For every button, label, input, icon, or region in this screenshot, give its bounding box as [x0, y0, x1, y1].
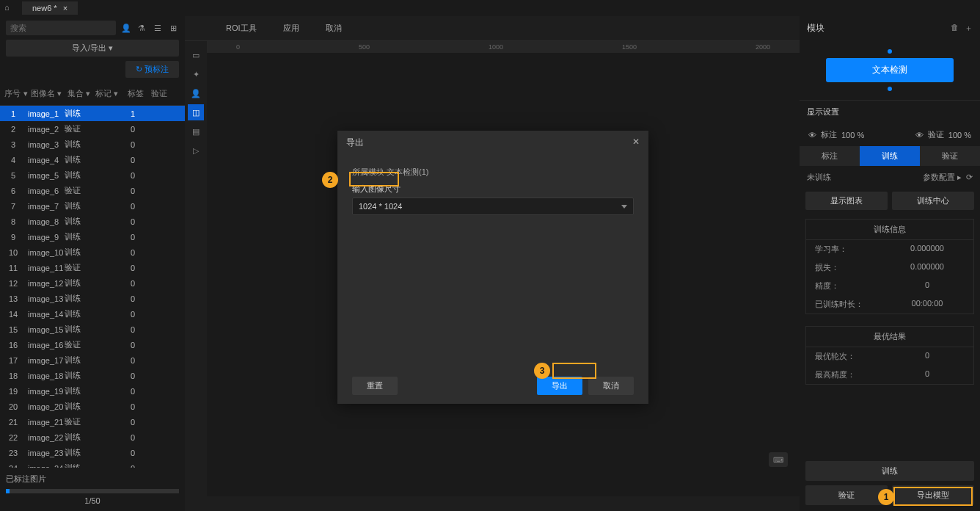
table-row[interactable]: 23image_23训练0 — [0, 445, 185, 460]
table-row[interactable]: 20image_20训练0 — [0, 399, 185, 414]
best-result-title: 最优结果 — [806, 327, 973, 347]
lasso-tool-icon[interactable]: ▤ — [188, 123, 204, 139]
chevron-down-icon — [621, 205, 627, 209]
input-size-label: 输入图像尺寸 — [352, 184, 401, 195]
refresh-icon[interactable]: ⟳ — [966, 173, 973, 181]
display-section-title: 显示设置 — [800, 100, 980, 123]
left-panel: 👤 ⚗ ☰ ⊞ 导入/导出 ▾ ↻ 预标注 序号 ▾ 图像名 ▾ 集合 ▾ 标记… — [0, 16, 185, 511]
play-tool-icon[interactable]: ▷ — [188, 142, 204, 159]
table-row[interactable]: 16image_16验证0 — [0, 337, 185, 352]
tab-train[interactable]: 训练 — [860, 146, 920, 166]
progress-bar — [6, 489, 179, 493]
table-row[interactable]: 2image_2验证0 — [0, 121, 185, 137]
trash-icon[interactable]: 🗑 — [951, 23, 959, 34]
train-status: 未训练 — [807, 172, 831, 183]
export-button[interactable]: 导出 — [537, 377, 582, 395]
relabel-button[interactable]: ↻ 预标注 — [125, 61, 179, 78]
col-set[interactable]: 集合 ▾ — [66, 85, 94, 102]
list-icon[interactable]: ☰ — [152, 22, 164, 34]
table-row[interactable]: 5image_5训练0 — [0, 167, 185, 183]
roi-tool-button[interactable]: ROI工具 — [214, 20, 268, 37]
callout-1: 1 — [878, 489, 894, 505]
validate-button[interactable]: 验证 — [805, 485, 888, 505]
close-icon[interactable]: ✕ — [632, 137, 640, 149]
owner-module-label: 所属模块 文本检测(1) — [352, 167, 634, 178]
callout-3: 3 — [534, 363, 550, 379]
table-row[interactable]: 8image_8训练0 — [0, 214, 185, 229]
close-icon[interactable]: × — [63, 4, 67, 12]
col-mark[interactable]: 标记 ▾ — [94, 85, 122, 102]
table-row[interactable]: 22image_22训练0 — [0, 430, 185, 445]
tab-validate[interactable]: 验证 — [920, 146, 980, 166]
table-row[interactable]: 9image_9训练0 — [0, 229, 185, 244]
col-tag[interactable]: 标签 — [122, 85, 150, 102]
table-row[interactable]: 15image_15训练0 — [0, 322, 185, 337]
eye-icon[interactable]: 👁 — [915, 131, 924, 139]
reset-button[interactable]: 重置 — [352, 377, 398, 395]
ruler-horizontal: 0 500 1000 1500 2000 — [207, 41, 800, 53]
cancel-button[interactable]: 取消 — [314, 20, 354, 37]
titlebar: ⌂ new6 * × — [0, 0, 980, 16]
table-row[interactable]: 11image_11验证0 — [0, 260, 185, 275]
table-row[interactable]: 4image_4训练0 — [0, 152, 185, 167]
module-node[interactable]: 文本检测 — [826, 58, 954, 82]
file-tab[interactable]: new6 * × — [22, 1, 78, 15]
callout-2: 2 — [322, 172, 338, 188]
table-row[interactable]: 17image_17训练0 — [0, 352, 185, 368]
keyboard-icon[interactable]: ⌨ — [769, 452, 788, 467]
person-tool-icon[interactable]: 👤 — [188, 85, 204, 101]
export-model-button[interactable]: 导出模型 — [892, 485, 974, 505]
table-row[interactable]: 24image_24训练0 — [0, 460, 185, 468]
table-row[interactable]: 13image_13训练0 — [0, 291, 185, 306]
import-export-button[interactable]: 导入/导出 ▾ — [6, 40, 179, 57]
table-row[interactable]: 6image_6验证0 — [0, 183, 185, 198]
table-row[interactable]: 19image_19训练0 — [0, 383, 185, 399]
progress-text: 1/50 — [6, 496, 179, 505]
col-index[interactable]: 序号 ▾ — [3, 85, 29, 102]
home-icon[interactable]: ⌂ — [4, 3, 15, 13]
select-tool-icon[interactable]: ▭ — [188, 47, 204, 63]
dialog-title: 导出 — [346, 137, 364, 149]
filter-icon[interactable]: ⚗ — [136, 22, 148, 34]
image-table: 1image_1训练12image_2验证03image_3训练04image_… — [0, 106, 185, 468]
train-center-button[interactable]: 训练中心 — [892, 192, 974, 210]
module-panel-title: 模块 — [807, 22, 824, 35]
grid-icon[interactable]: ⊞ — [168, 22, 180, 34]
table-row[interactable]: 14image_14训练0 — [0, 306, 185, 322]
dropdown-value: 1024 * 1024 — [359, 202, 402, 211]
table-row[interactable]: 18image_18训练0 — [0, 368, 185, 383]
train-button[interactable]: 训练 — [805, 461, 974, 481]
show-chart-button[interactable]: 显示图表 — [805, 192, 888, 210]
dialog-cancel-button[interactable]: 取消 — [588, 377, 634, 395]
magic-tool-icon[interactable]: ✦ — [188, 66, 204, 82]
file-tab-label: new6 * — [32, 4, 57, 12]
person-icon[interactable]: 👤 — [120, 22, 132, 34]
plus-icon[interactable]: ＋ — [965, 23, 973, 34]
col-name[interactable]: 图像名 ▾ — [29, 85, 66, 102]
eye-icon[interactable]: 👁 — [808, 131, 816, 139]
apply-button[interactable]: 应用 — [271, 20, 311, 37]
params-config-button[interactable]: 参数配置 ▸ — [923, 173, 962, 181]
table-row[interactable]: 21image_21验证0 — [0, 414, 185, 430]
col-val[interactable]: 验证 — [150, 85, 172, 102]
table-row[interactable]: 1image_1训练1 — [0, 106, 185, 121]
table-row[interactable]: 3image_3训练0 — [0, 137, 185, 152]
tab-mark[interactable]: 标注 — [800, 146, 860, 166]
train-info-title: 训练信息 — [806, 220, 973, 240]
table-row[interactable]: 7image_7训练0 — [0, 198, 185, 214]
search-input[interactable] — [6, 21, 116, 35]
table-header: 序号 ▾ 图像名 ▾ 集合 ▾ 标记 ▾ 标签 验证 — [0, 82, 185, 106]
right-panel: 模块 🗑 ＋ 文本检测 显示设置 👁标注100 % 👁验证100 % 标注 训练… — [800, 16, 980, 511]
input-size-dropdown[interactable]: 1024 * 1024 — [352, 197, 634, 215]
table-row[interactable]: 12image_12训练0 — [0, 275, 185, 291]
export-dialog: 导出 ✕ 所属模块 文本检测(1) 输入图像尺寸 1024 * 1024 重置 … — [337, 131, 648, 404]
labeled-count-label: 已标注图片 — [6, 474, 179, 485]
rect-tool-icon[interactable]: ◫ — [188, 104, 204, 120]
table-row[interactable]: 10image_10训练0 — [0, 244, 185, 260]
